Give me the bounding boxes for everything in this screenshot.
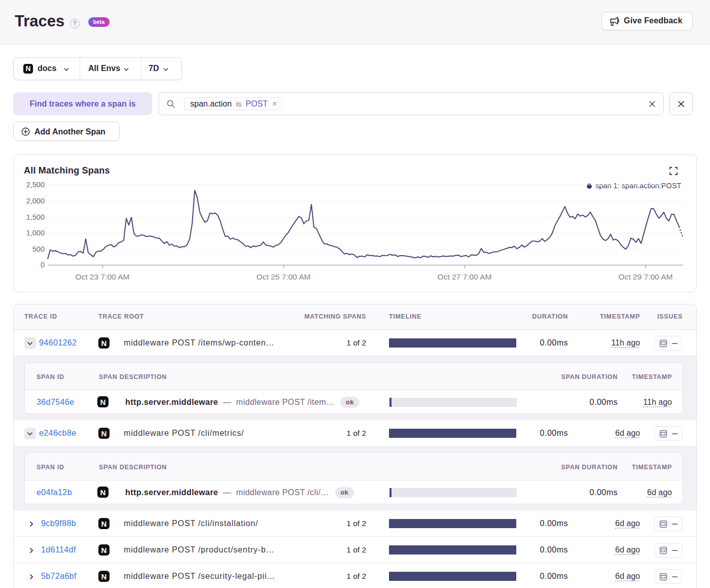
svg-text:N: N — [101, 546, 107, 555]
svg-text:Oct 23 7:00 AM: Oct 23 7:00 AM — [76, 272, 130, 281]
svg-text:Oct 27 7:00 AM: Oct 27 7:00 AM — [438, 272, 492, 281]
svg-text:Oct 25 7:00 AM: Oct 25 7:00 AM — [257, 272, 311, 281]
svg-text:N: N — [101, 520, 107, 528]
svg-text:0: 0 — [41, 261, 45, 269]
svg-text:1,000: 1,000 — [26, 229, 45, 237]
svg-text:N: N — [100, 488, 106, 497]
svg-text:N: N — [101, 572, 107, 581]
svg-text:N: N — [101, 339, 107, 348]
svg-text:2,500: 2,500 — [26, 181, 45, 189]
svg-text:500: 500 — [32, 245, 45, 253]
svg-text:2,000: 2,000 — [26, 197, 45, 205]
svg-text:N: N — [25, 64, 30, 73]
svg-text:1,500: 1,500 — [26, 213, 45, 221]
svg-text:Oct 29 7:00 AM: Oct 29 7:00 AM — [619, 272, 673, 281]
svg-text:N: N — [100, 398, 106, 406]
svg-text:N: N — [101, 429, 107, 438]
